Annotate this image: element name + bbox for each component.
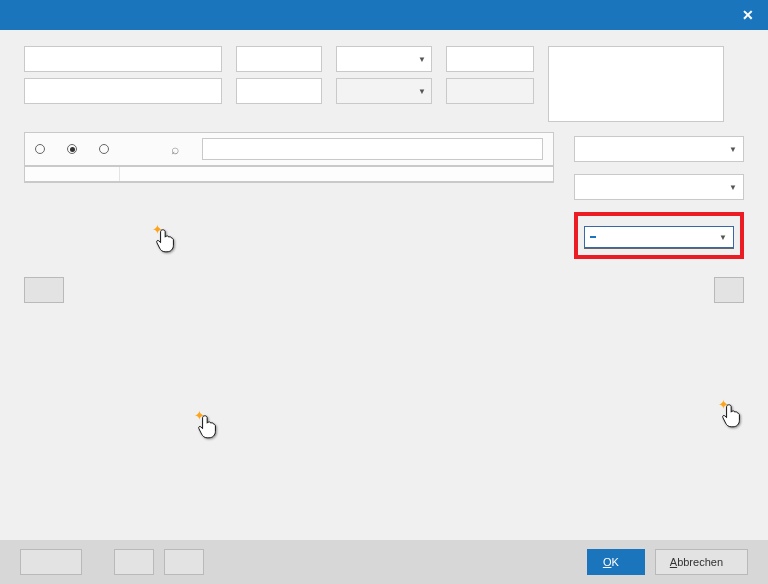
type-radio-row: ⌕ — [24, 132, 554, 166]
radio-umbuchung[interactable] — [99, 144, 113, 154]
dokumente-button[interactable] — [20, 549, 82, 575]
empf-input[interactable] — [24, 46, 222, 72]
col-konto[interactable] — [25, 167, 120, 181]
buchungsart-input — [446, 78, 534, 104]
abbrechen-button[interactable]: Abbrechen — [655, 549, 748, 575]
chevron-down-icon: ▼ — [729, 183, 737, 192]
spark-icon: ✦ — [194, 408, 205, 423]
wertstellung-input — [336, 78, 432, 104]
kosten-dropdown[interactable]: ▼ — [574, 136, 744, 162]
weitere-button[interactable] — [24, 277, 64, 303]
close-icon[interactable]: ✕ — [728, 0, 768, 30]
ok-button[interactable]: OK — [587, 549, 645, 575]
hand-cursor-icon — [722, 403, 744, 429]
radio-einnahme[interactable] — [35, 144, 49, 154]
hand-cursor-icon — [198, 414, 220, 440]
keine-zuordnung-button[interactable] — [714, 277, 744, 303]
chevron-down-icon: ▼ — [719, 233, 727, 242]
spark-icon: ✦ — [718, 397, 729, 412]
radio-ausgabe[interactable] — [67, 144, 81, 154]
beleg-input[interactable] — [446, 46, 534, 72]
ok-neue-einnahme-button[interactable] — [114, 549, 154, 575]
ok-neue-ausgabe-button[interactable] — [164, 549, 204, 575]
verwendungszweck-input[interactable] — [548, 46, 724, 122]
iban-input[interactable] — [24, 78, 222, 104]
col-kategorie[interactable] — [120, 167, 553, 181]
steuersatz-highlight-box: ▼ — [574, 212, 744, 259]
steuersatz-dropdown[interactable]: ▼ — [584, 226, 734, 248]
verwendung-dropdown[interactable]: ▼ — [574, 174, 744, 200]
titlebar: ✕ — [0, 0, 768, 30]
footer-bar: OK Abbrechen — [0, 540, 768, 584]
buchungsdatum-input[interactable] — [336, 46, 432, 72]
search-input[interactable] — [202, 138, 543, 160]
betrag-input[interactable] — [236, 46, 322, 72]
category-table — [24, 166, 554, 183]
search-icon: ⌕ — [171, 141, 179, 157]
chevron-down-icon: ▼ — [729, 145, 737, 154]
